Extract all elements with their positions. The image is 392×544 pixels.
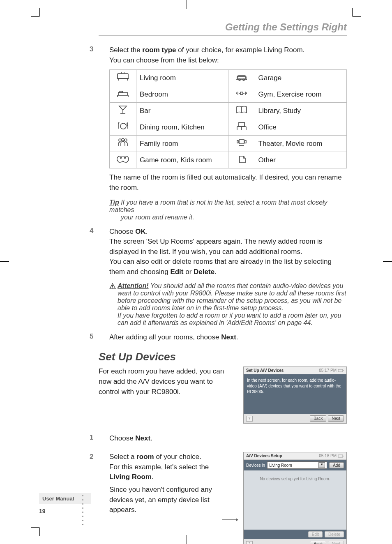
svg-point-9 (122, 138, 124, 141)
step-5-body: After adding all your rooms, choose Next… (99, 332, 347, 343)
screen1-next-button: Next (328, 415, 344, 422)
svg-point-6 (120, 123, 126, 129)
room-label: Bedroom (136, 86, 228, 103)
room-label: Office (255, 119, 347, 136)
room-label: Family room (136, 136, 228, 152)
decorative-dots (82, 495, 83, 525)
screen2-delete-button: Delete (325, 531, 344, 537)
devices-intro: For each room you have added, you can no… (99, 367, 235, 397)
svg-marker-19 (236, 518, 238, 521)
room-label: Garage (255, 70, 347, 86)
room-label: Theater, Movie room (255, 136, 347, 152)
svg-point-8 (119, 139, 121, 141)
garage-icon (228, 70, 255, 86)
kitchen-icon (110, 119, 136, 136)
family-room-icon (110, 136, 136, 152)
office-icon (228, 119, 255, 136)
room-label: Gym, Exercise room (255, 86, 347, 103)
page-header: Getting the Settings Right (99, 21, 347, 36)
screen2-next-button: Next (328, 541, 344, 544)
page-number: 19 (39, 506, 64, 516)
step-3-body: Select the room type of your choice, for… (99, 45, 347, 65)
screen2-empty-msg: No devices set up yet for Living Room. (244, 470, 346, 530)
step-5-number: 5 (90, 332, 93, 341)
tip-label: Tip (109, 199, 119, 206)
room-label: Bar (136, 103, 228, 119)
step-4-body: Choose OK. The screen 'Set Up Rooms' app… (99, 227, 347, 277)
chevron-down-icon: ▼ (318, 462, 325, 468)
screen2-help: ? (246, 541, 253, 544)
library-icon (228, 103, 255, 119)
svg-rect-17 (343, 370, 344, 371)
note-room-name: The name of the room is filled out autom… (99, 173, 347, 193)
warning-icon (109, 283, 116, 291)
room-label: Living room (136, 70, 228, 86)
screen1-help: ? (246, 416, 253, 422)
step-5: 5 After adding all your rooms, choose Ne… (99, 332, 347, 343)
room-label: Game room, Kids room (136, 152, 228, 168)
other-icon (228, 152, 255, 168)
svg-rect-20 (338, 455, 343, 457)
screen2-room-select: Living Room ▼ (267, 461, 327, 469)
screen2-devices-in-label: Devices in (246, 463, 265, 468)
room-type-table: Living room Garage Bedroom Gym, Exercise… (109, 69, 347, 168)
svg-point-14 (120, 157, 122, 159)
screen2-back-button: Back (310, 541, 326, 544)
svg-point-10 (125, 139, 127, 141)
screen1-title: Set Up A/V Devices (246, 368, 284, 373)
svg-rect-4 (120, 91, 123, 93)
room-label: Other (255, 152, 347, 168)
tip-block: Tip If you have a room that is not in th… (99, 199, 347, 221)
svg-rect-7 (239, 122, 244, 127)
svg-point-15 (125, 157, 126, 159)
living-room-icon (110, 70, 136, 86)
screen2-edit-button: Edit (308, 531, 323, 537)
svg-rect-21 (343, 456, 344, 456)
page-title: Getting the Settings Right (99, 21, 347, 33)
svg-rect-11 (239, 140, 244, 144)
svg-rect-13 (245, 141, 246, 143)
step-3-number: 3 (90, 45, 93, 53)
screen2-clock: 05:18 PM (319, 454, 337, 458)
room-label: Dining room, Kitchen (136, 119, 228, 136)
step-4-number: 4 (90, 227, 93, 235)
bar-icon (110, 103, 136, 119)
screen2-title: A/V Devices Setup (246, 454, 282, 458)
devices-step-1: 1 Choose Next. (99, 433, 347, 444)
battery-icon (338, 454, 344, 458)
bedroom-icon (110, 86, 136, 103)
screen2-add-button: Add (329, 462, 344, 468)
svg-rect-5 (240, 92, 243, 95)
battery-icon (338, 369, 344, 372)
svg-rect-12 (237, 141, 238, 143)
screenshot-av-devices-setup: A/V Devices Setup 05:18 PM Devices in Li… (243, 452, 347, 544)
gym-icon (228, 86, 255, 103)
screen1-body: In the next screen, for each room, add t… (244, 374, 346, 414)
screenshot-setup-av: Set Up A/V Devices 05:17 PM In the next … (243, 367, 347, 424)
theater-icon (228, 136, 255, 152)
devices-step-2-number: 2 (90, 452, 93, 462)
step-4: 4 Choose OK. The screen 'Set Up Rooms' a… (99, 227, 347, 277)
svg-rect-0 (118, 74, 128, 78)
step-3: 3 Select the room type of your choice, f… (99, 45, 347, 65)
devices-step-2: 2 Select a room of your choice. For this… (99, 452, 235, 515)
svg-rect-1 (238, 76, 245, 79)
game-room-icon (110, 152, 136, 168)
section-setup-devices: Set Up Devices (99, 350, 347, 363)
attention-block: Attention! You should add all the rooms … (99, 282, 347, 327)
attention-label: Attention! (118, 282, 149, 289)
devices-step-1-number: 1 (90, 433, 93, 442)
screen1-clock: 05:17 PM (319, 368, 337, 373)
screen1-back-button: Back (310, 415, 326, 422)
svg-rect-16 (338, 369, 343, 372)
room-label: Library, Study (255, 103, 347, 119)
